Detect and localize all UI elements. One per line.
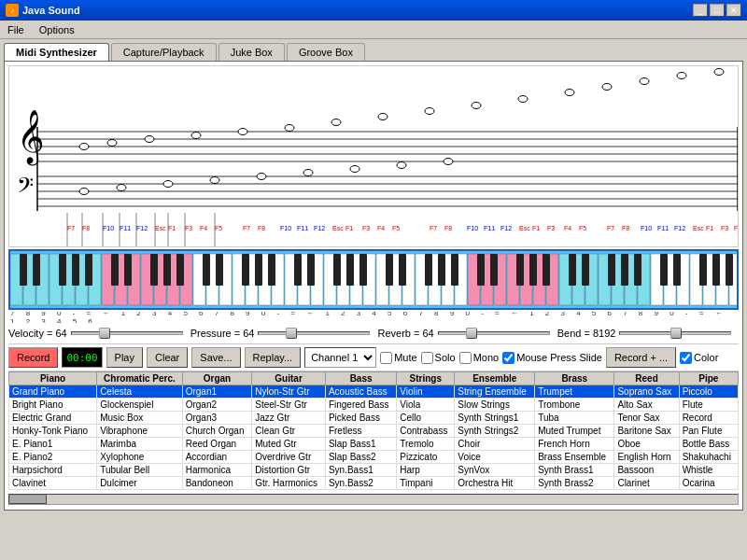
instrument-cell[interactable]: Slap Bass1 [325,438,396,451]
close-button[interactable]: ✕ [726,4,741,17]
instrument-cell[interactable]: Clean Gtr [252,425,326,438]
instrument-cell[interactable]: Trombone [535,399,614,412]
mouse-press-slide-checkbox[interactable] [502,352,514,364]
instrument-cell[interactable]: Reed Organ [182,438,252,451]
instrument-cell[interactable]: Trumpet [535,385,614,399]
play-button[interactable]: Play [106,347,143,368]
instrument-cell[interactable]: E. Piano2 [9,451,97,464]
table-row[interactable]: Honky-Tonk PianoVibraphoneChurch OrganCl… [9,425,739,438]
instrument-cell[interactable]: Contrabass [397,425,455,438]
instrument-cell[interactable]: Tremolo [397,438,455,451]
instrument-cell[interactable]: Harp [397,464,455,477]
instrument-cell[interactable]: Brass Ensemble [535,451,614,464]
instrument-cell[interactable]: Overdrive Gtr [252,451,326,464]
instrument-cell[interactable]: Muted Trumpet [535,425,614,438]
table-row[interactable]: Electric GrandMusic BoxOrgan3Jazz GtrPic… [9,412,739,425]
scrollbar-thumb[interactable] [9,495,47,504]
instrument-cell[interactable]: Honky-Tonk Piano [9,425,97,438]
channel-select[interactable]: Channel 1 Channel 2 Channel 3 [304,347,376,368]
instrument-cell[interactable]: Soprano Sax [614,385,679,399]
instrument-cell[interactable]: Harmonica [182,464,252,477]
mono-checkbox[interactable] [459,352,472,364]
replay-button[interactable]: Replay... [245,347,302,368]
instrument-cell[interactable]: Tubular Bell [97,464,183,477]
instrument-cell[interactable]: Synth Strings2 [455,425,535,438]
instrument-cell[interactable]: Shakuhachi [679,451,738,464]
instrument-cell[interactable]: Bright Piano [9,399,97,412]
file-menu[interactable]: File [4,23,28,36]
instrument-cell[interactable]: Baritone Sax [614,425,679,438]
instrument-cell[interactable]: Tuba [535,412,614,425]
instrument-cell[interactable]: Xylophone [97,451,183,464]
instrument-cell[interactable]: Dulcimer [97,477,183,490]
instrument-cell[interactable]: Organ1 [182,385,252,399]
tab-groove-box[interactable]: Groove Box [287,43,365,61]
instrument-cell[interactable]: Synth Strings1 [455,412,535,425]
instrument-cell[interactable]: Timpani [397,477,455,490]
instrument-cell[interactable]: Viola [397,399,455,412]
tab-midi-synthesizer[interactable]: Midi Synthesizer [4,43,109,61]
mute-checkbox[interactable] [380,352,392,364]
instrument-cell[interactable]: Pan Flute [679,425,738,438]
maximize-button[interactable]: □ [710,4,725,17]
instrument-cell[interactable]: Ocarina [679,477,738,490]
instrument-cell[interactable]: Oboe [614,438,679,451]
instrument-cell[interactable]: Gtr. Harmonics [252,477,326,490]
instrument-cell[interactable]: Organ3 [182,412,252,425]
instrument-cell[interactable]: Distortion Gtr [252,464,326,477]
instrument-cell[interactable]: Syn.Bass1 [325,464,396,477]
instrument-cell[interactable]: English Horn [614,451,679,464]
horizontal-scrollbar[interactable] [8,494,739,505]
bend-slider[interactable] [619,326,731,341]
instrument-cell[interactable]: Jazz Gtr [252,412,326,425]
tab-juke-box[interactable]: Juke Box [218,43,285,61]
table-row[interactable]: ClavinetDulcimerBandoneonGtr. HarmonicsS… [9,477,739,490]
instrument-cell[interactable]: Acoustic Bass [325,385,396,399]
instrument-cell[interactable]: Flute [679,399,738,412]
save-button[interactable]: Save... [191,347,240,368]
instrument-cell[interactable]: Music Box [97,412,183,425]
instrument-cell[interactable]: Clarinet [614,477,679,490]
instrument-cell[interactable]: Harpsichord [9,464,97,477]
instrument-cell[interactable]: Orchestra Hit [455,477,535,490]
instrument-cell[interactable]: Slow Strings [455,399,535,412]
instrument-cell[interactable]: Voice [455,451,535,464]
instrument-cell[interactable]: Electric Grand [9,412,97,425]
instrument-cell[interactable]: SynVox [455,464,535,477]
instrument-cell[interactable]: Synth Brass2 [535,477,614,490]
reverb-slider[interactable] [438,326,550,341]
instrument-cell[interactable]: Bassoon [614,464,679,477]
instrument-cell[interactable]: Glockenspiel [97,399,183,412]
instrument-cell[interactable]: Piccolo [679,385,738,399]
clear-button[interactable]: Clear [147,347,188,368]
table-row[interactable]: E. Piano1MarimbaReed OrganMuted GtrSlap … [9,438,739,451]
instrument-cell[interactable]: Cello [397,412,455,425]
instrument-cell[interactable]: Fingered Bass [325,399,396,412]
instrument-cell[interactable]: Accordian [182,451,252,464]
tab-capture-playback[interactable]: Capture/Playback [111,43,217,61]
instrument-cell[interactable]: Marimba [97,438,183,451]
table-row[interactable]: HarpsichordTubular BellHarmonicaDistorti… [9,464,739,477]
instrument-cell[interactable]: String Ensemble [455,385,535,399]
instrument-cell[interactable]: Choir [455,438,535,451]
instrument-cell[interactable]: Steel-Str Gtr [252,399,326,412]
table-row[interactable]: E. Piano2XylophoneAccordianOverdrive Gtr… [9,451,739,464]
instrument-cell[interactable]: Church Organ [182,425,252,438]
instrument-cell[interactable]: Muted Gtr [252,438,326,451]
instrument-cell[interactable]: Whistle [679,464,738,477]
instrument-cell[interactable]: Bottle Bass [679,438,738,451]
instrument-cell[interactable]: Celesta [97,385,183,399]
minimize-button[interactable]: _ [693,4,708,17]
solo-checkbox[interactable] [421,352,433,364]
record-button[interactable]: Record [8,347,58,368]
table-row[interactable]: Grand PianoCelestaOrgan1Nylon-Str GtrAco… [9,385,739,399]
record-plus-button[interactable]: Record + ... [606,347,676,368]
options-menu[interactable]: Options [35,23,78,36]
instrument-cell[interactable]: Syn.Bass2 [325,477,396,490]
instrument-table-container[interactable]: PianoChromatic Perc.OrganGuitarBassStrin… [8,371,739,493]
instrument-cell[interactable]: Bandoneon [182,477,252,490]
instrument-cell[interactable]: Slap Bass2 [325,451,396,464]
color-checkbox[interactable] [680,352,692,364]
pressure-slider[interactable] [258,326,370,341]
instrument-cell[interactable]: E. Piano1 [9,438,97,451]
